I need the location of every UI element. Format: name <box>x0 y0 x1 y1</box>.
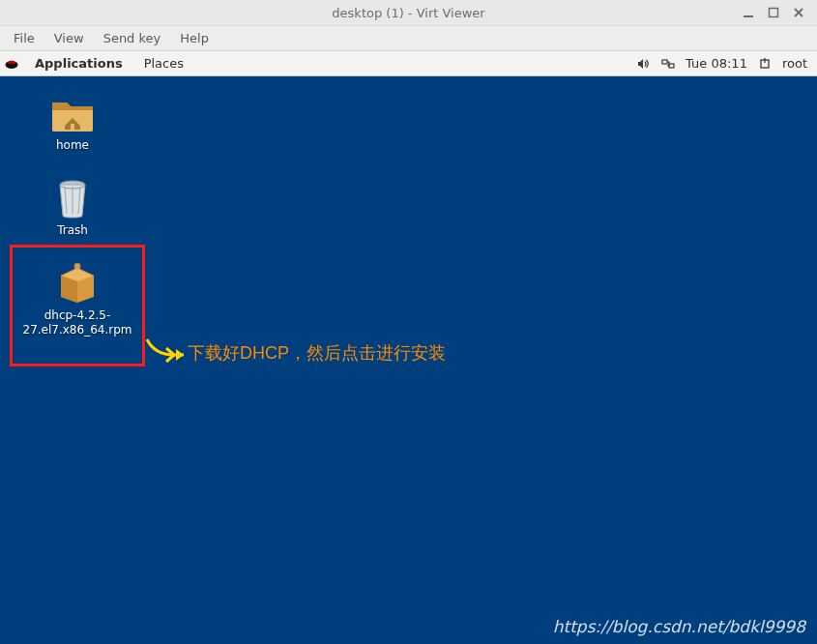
menu-sendkey[interactable]: Send key <box>96 29 169 47</box>
virtviewer-menubar: File View Send key Help <box>0 26 817 51</box>
user-label[interactable]: root <box>782 56 807 71</box>
desktop-area[interactable]: home Trash dhcp-4.2.5-27.el7.x86_64.rpm <box>0 76 817 644</box>
gnome-top-panel: Applications Places Tue 08:11 root <box>0 51 817 76</box>
window-title: desktop (1) - Virt Viewer <box>0 6 817 20</box>
svg-rect-0 <box>744 15 753 17</box>
gnome-panel-left: Applications Places <box>4 54 190 73</box>
desktop-icon-label: home <box>56 138 89 153</box>
power-icon[interactable] <box>757 56 773 72</box>
applications-menu[interactable]: Applications <box>29 54 129 73</box>
window-controls <box>742 0 813 25</box>
volume-icon[interactable] <box>635 56 651 72</box>
svg-rect-6 <box>71 124 74 130</box>
package-icon <box>54 260 101 307</box>
annotation-arrow-icon <box>145 337 184 366</box>
clock-label[interactable]: Tue 08:11 <box>686 56 747 71</box>
svg-rect-1 <box>770 9 778 17</box>
minimize-button[interactable] <box>742 6 755 19</box>
svg-rect-3 <box>662 60 667 64</box>
desktop-icon-label: Trash <box>57 223 88 238</box>
trash-icon <box>49 175 96 221</box>
desktop-icon-rpm[interactable]: dhcp-4.2.5-27.el7.x86_64.rpm <box>19 260 135 337</box>
gnome-panel-right: Tue 08:11 root <box>635 56 813 72</box>
menu-help[interactable]: Help <box>172 29 217 47</box>
maximize-button[interactable] <box>767 6 780 19</box>
menu-view[interactable]: View <box>46 29 92 47</box>
desktop-icon-label: dhcp-4.2.5-27.el7.x86_64.rpm <box>19 308 135 337</box>
close-button[interactable] <box>792 6 805 19</box>
places-menu[interactable]: Places <box>138 54 190 73</box>
desktop-icon-home[interactable]: home <box>19 90 126 153</box>
virtviewer-titlebar: desktop (1) - Virt Viewer <box>0 0 817 26</box>
desktop-icon-trash[interactable]: Trash <box>19 175 126 238</box>
folder-home-icon <box>49 90 96 136</box>
menu-file[interactable]: File <box>6 29 43 47</box>
annotation-text: 下载好DHCP，然后点击进行安装 <box>188 341 446 365</box>
watermark-text: https://blog.csdn.net/bdkl9998 <box>553 617 805 636</box>
redhat-logo-icon <box>4 56 19 72</box>
svg-rect-4 <box>669 64 674 68</box>
network-icon[interactable] <box>660 56 676 72</box>
